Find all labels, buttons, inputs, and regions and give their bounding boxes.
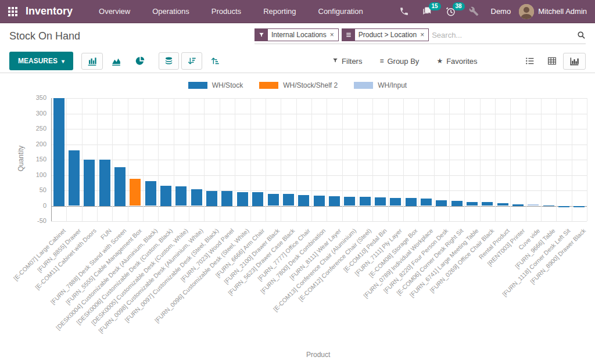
bar-[FURN_0096] Customizable Desk (Steel, White)[interactable] [237, 192, 248, 206]
bar-[E-COM11] Cabinet with Doors[interactable] [84, 160, 95, 206]
gridline [587, 98, 587, 221]
bar-[FURN_7111] Ply Layer[interactable] [390, 198, 401, 206]
bar-Rental Product[interactable] [497, 203, 508, 206]
y-tick-label: 50 [23, 186, 46, 193]
nav-item-reporting[interactable]: Reporting [252, 0, 307, 23]
bar-[FURN_0789] Individual Workplace[interactable] [421, 199, 432, 206]
favorites-menu[interactable]: ★ Favorites [436, 57, 477, 66]
bar-FUN[interactable] [99, 160, 110, 206]
bar-[FURN_0269] Office Chair Black[interactable] [482, 202, 493, 206]
sort-ascending-button[interactable] [205, 52, 225, 70]
bar-[FURN_8111] Wear Layer[interactable] [329, 196, 340, 206]
bar-[DESK0005] Customizable Desk (Custom, White)[interactable] [175, 186, 187, 206]
view-list-button[interactable] [519, 53, 541, 69]
bar-[E-COM08] Storage Box[interactable] [406, 198, 417, 206]
gridline [572, 98, 572, 221]
bar-[FURN_0097] Customizable Desk (Steel, Black)[interactable] [206, 191, 217, 206]
bar-[FURN_7777] Office Chair[interactable] [298, 195, 309, 206]
gridline [51, 98, 587, 99]
gridline [510, 98, 511, 221]
nav-item-overview[interactable]: Overview [88, 0, 141, 23]
gridline [449, 98, 450, 221]
bar-[E-COM07] Large Cabinet[interactable] [53, 98, 64, 206]
search-facet-filter[interactable]: Internal Locations × [255, 28, 339, 41]
bar-[FURN_6666] Arm Chair[interactable] [252, 192, 263, 206]
legend-swatch [354, 82, 373, 89]
bar-[E-COM13] Conference Chair (Aluminium)[interactable] [344, 197, 355, 206]
gridline [51, 129, 587, 129]
y-tick-label: 250 [23, 125, 46, 132]
measures-button[interactable]: MEASURES ▾ [9, 52, 73, 70]
debug-tools-icon[interactable] [469, 6, 479, 16]
gridline [526, 98, 526, 221]
sort-descending-button[interactable] [181, 52, 202, 70]
gridline [51, 175, 587, 176]
bar-[FURN_8900] Drawer Black[interactable] [574, 206, 585, 207]
legend-swatch [188, 82, 207, 89]
phone-icon[interactable] [399, 6, 409, 16]
bar-[FURN_9666] Table[interactable] [543, 206, 554, 206]
view-graph-button[interactable] [563, 53, 586, 70]
legend-item[interactable]: WH/Stock/Shelf 2 [259, 81, 338, 89]
x-axis-title: Product [306, 351, 330, 359]
chart-type-pie-button[interactable] [130, 52, 150, 70]
chart-type-bar-button[interactable] [81, 53, 103, 70]
facet-label: Internal Locations [268, 29, 330, 41]
page-title: Stock On Hand [9, 30, 80, 42]
view-pivot-button[interactable] [541, 53, 563, 69]
nav-item-configuration[interactable]: Configuration [307, 0, 374, 23]
search-icon[interactable] [577, 31, 586, 39]
nav-item-products[interactable]: Products [200, 0, 252, 23]
y-axis-title: Quantity [17, 146, 25, 172]
gridline [158, 98, 159, 221]
user-menu[interactable]: Mitchell Admin [538, 7, 587, 16]
user-avatar[interactable] [519, 4, 534, 19]
bar-[FURN_6741] Large Meeting Table[interactable] [467, 202, 478, 206]
chart-type-line-button[interactable] [105, 53, 127, 70]
bar-[FURN_1118] Corner Desk Left Sit[interactable] [558, 206, 569, 207]
filters-menu[interactable]: Filters [332, 57, 362, 66]
bar-[FURN_8855] Drawer[interactable] [69, 150, 80, 206]
bar-[DESK0004] Customizable Desk (Aluminium, Black)[interactable] [145, 181, 156, 206]
gridline [235, 98, 235, 221]
stacked-toggle-button[interactable] [159, 52, 179, 70]
bar-[FURN_7023] Wood Panel[interactable] [221, 191, 232, 206]
nav-item-operations[interactable]: Operations [141, 0, 200, 23]
bar-[DESK0006] Customizable Desk (Custom, Black)[interactable] [160, 186, 171, 206]
apps-menu-icon[interactable] [8, 7, 17, 16]
filter-icon [332, 57, 338, 65]
app-title[interactable]: Inventory [26, 5, 73, 17]
legend-item[interactable]: WH/Input [354, 81, 407, 89]
y-tick-label: 100 [23, 171, 46, 178]
control-panel-buttons: MEASURES ▾ Filters ≡ Group By ★ Favorite… [0, 49, 595, 73]
bar-[FURN_7888] Desk Stand with Screen[interactable] [114, 167, 126, 206]
bar-[E-COM12] Conference Chair (Steel)[interactable] [360, 197, 371, 206]
bar-[FURN_0098] Customizable Desk (Aluminium, White)[interactable] [191, 189, 202, 206]
demo-mode-label[interactable]: Demo [491, 7, 511, 16]
gridline [82, 98, 83, 221]
bar-[RENT003] Printer[interactable] [512, 204, 524, 206]
facet-label: Product > Location [355, 29, 420, 41]
graph-view: WH/Stock WH/Stock/Shelf 2 WH/Input 35030… [0, 73, 595, 363]
search-input[interactable] [432, 31, 577, 39]
bar-[FURN_8220] Four Person Desk[interactable] [436, 200, 447, 206]
activities-icon[interactable]: 38 [446, 6, 456, 17]
facet-close-icon[interactable]: × [420, 29, 428, 41]
gridline [556, 98, 557, 221]
bar-[FURN_2100] Drawer Black[interactable] [268, 194, 279, 206]
control-panel-top: Stock On Hand Internal Locations × Produ… [0, 23, 595, 49]
facet-close-icon[interactable]: × [330, 29, 338, 41]
group-by-menu[interactable]: ≡ Group By [379, 57, 419, 66]
gridline [51, 206, 587, 207]
search-facet-groupby[interactable]: Product > Location × [342, 28, 429, 41]
bar-[E-COM10] Pedal Bin[interactable] [375, 197, 386, 206]
activities-badge: 38 [453, 2, 465, 10]
bar-[E-COM06] Corner Desk Right Sit[interactable] [451, 201, 463, 206]
bar-[FURN_7800] Desk Combination[interactable] [314, 196, 325, 206]
bar-Cuve vide[interactable] [528, 204, 539, 206]
legend-item[interactable]: WH/Stock [188, 81, 243, 89]
messages-icon[interactable]: 15 [422, 6, 433, 16]
gridline [281, 98, 281, 221]
bar-[FURN_5623] Drawer Case Black[interactable] [283, 194, 294, 206]
bar-[FURN_5555] Cable Management Box[interactable] [130, 179, 141, 206]
